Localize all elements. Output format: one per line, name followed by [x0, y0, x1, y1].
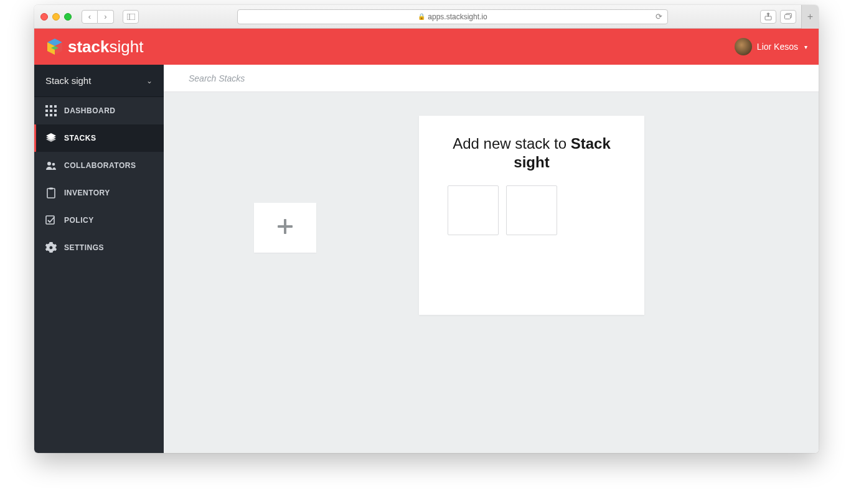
tech-option-nodejs[interactable]: JS — [506, 244, 557, 294]
project-selector[interactable]: Stack sight ⌄ — [34, 65, 164, 97]
svg-rect-24 — [49, 188, 53, 190]
svg-rect-4 — [784, 15, 790, 19]
chevron-down-icon: ⌄ — [146, 77, 153, 85]
logo-text: stacksight — [68, 37, 143, 57]
tabs-button[interactable] — [780, 10, 796, 24]
svg-rect-15 — [45, 114, 48, 116]
window-controls — [40, 13, 72, 21]
sidebar-item-policy[interactable]: POLICY — [34, 207, 164, 234]
sidebar-nav: DASHBOARD STACKS COLLABORATORS — [34, 97, 164, 261]
add-stack-card: Add new stack to Stack sight — [419, 116, 644, 315]
sidebar-item-label: INVENTORY — [64, 189, 110, 197]
search-input[interactable] — [189, 73, 794, 83]
svg-rect-16 — [50, 114, 52, 116]
tech-option-meteor[interactable] — [448, 244, 499, 294]
window-minimize-button[interactable] — [52, 13, 60, 21]
chevron-down-icon: ▾ — [804, 44, 807, 50]
svg-rect-25 — [46, 216, 54, 224]
people-icon — [45, 160, 57, 171]
svg-rect-0 — [127, 14, 135, 20]
lock-icon: 🔒 — [418, 13, 425, 20]
share-button[interactable] — [760, 10, 776, 24]
browser-chrome: ‹ › 🔒 apps.stacksight.io ⟳ + — [34, 5, 819, 29]
search-bar — [164, 65, 819, 92]
body: Stack sight ⌄ DASHBOARD STACKS — [34, 65, 819, 453]
svg-rect-14 — [54, 110, 57, 112]
nav-back-forward: ‹ › — [82, 10, 114, 24]
svg-point-21 — [47, 162, 51, 166]
chrome-right-controls — [760, 10, 796, 24]
window-close-button[interactable] — [40, 13, 48, 21]
clipboard-icon — [45, 187, 57, 198]
sidebar-item-label: DASHBOARD — [64, 106, 116, 115]
sidebar-item-collaborators[interactable]: COLLABORATORS — [34, 152, 164, 179]
plus-icon — [276, 218, 294, 238]
tech-option-mean[interactable] — [565, 185, 616, 235]
layers-icon — [45, 133, 57, 144]
topbar: stacksight Lior Kesos ▾ — [34, 29, 819, 65]
sidebar-item-stacks[interactable]: STACKS — [34, 124, 164, 152]
window-maximize-button[interactable] — [64, 13, 72, 21]
sidebar-item-label: STACKS — [64, 134, 96, 142]
url-text: apps.stacksight.io — [428, 12, 487, 21]
svg-rect-12 — [45, 110, 48, 112]
tech-option-wordpress[interactable] — [506, 185, 557, 235]
card-title: Add new stack to Stack sight — [436, 134, 627, 172]
grid-icon — [45, 105, 57, 116]
avatar — [735, 38, 752, 55]
sidebar-item-dashboard[interactable]: DASHBOARD — [34, 97, 164, 124]
sidebar-item-inventory[interactable]: INVENTORY — [34, 179, 164, 207]
sidebar-item-label: POLICY — [64, 216, 94, 225]
add-stack-tile[interactable] — [254, 203, 316, 253]
sidebar-item-settings[interactable]: SETTINGS — [34, 234, 164, 261]
sidebar: Stack sight ⌄ DASHBOARD STACKS — [34, 65, 164, 453]
logo[interactable]: stacksight — [45, 37, 143, 57]
tech-grid: JS php — [436, 185, 627, 294]
svg-point-22 — [52, 163, 55, 166]
new-tab-button[interactable]: + — [801, 5, 819, 29]
sidebar-toggle-button[interactable] — [123, 10, 139, 24]
forward-button[interactable]: › — [98, 10, 114, 24]
user-name: Lior Kesos — [757, 42, 798, 52]
svg-rect-11 — [54, 105, 57, 108]
url-bar[interactable]: 🔒 apps.stacksight.io ⟳ — [237, 9, 668, 24]
svg-rect-27 — [278, 225, 293, 228]
content: Add new stack to Stack sight — [164, 92, 819, 453]
svg-rect-9 — [45, 105, 48, 108]
project-name: Stack sight — [45, 75, 91, 86]
svg-rect-23 — [47, 189, 55, 198]
browser-window: ‹ › 🔒 apps.stacksight.io ⟳ + — [34, 5, 819, 453]
tech-option-drupal[interactable] — [448, 185, 499, 235]
reload-icon[interactable]: ⟳ — [656, 12, 662, 21]
svg-rect-13 — [50, 110, 52, 112]
checklist-icon — [45, 215, 57, 226]
back-button[interactable]: ‹ — [82, 10, 98, 24]
gear-icon — [45, 242, 57, 253]
app: stacksight Lior Kesos ▾ Stack sight ⌄ — [34, 29, 819, 453]
svg-rect-17 — [54, 114, 57, 116]
tech-option-php[interactable]: php — [565, 244, 616, 294]
sidebar-item-label: SETTINGS — [64, 243, 104, 252]
logo-cube-icon — [45, 37, 64, 56]
sidebar-item-label: COLLABORATORS — [64, 161, 136, 170]
svg-rect-10 — [50, 105, 52, 108]
user-menu[interactable]: Lior Kesos ▾ — [735, 38, 807, 55]
main: Add new stack to Stack sight — [164, 65, 819, 453]
